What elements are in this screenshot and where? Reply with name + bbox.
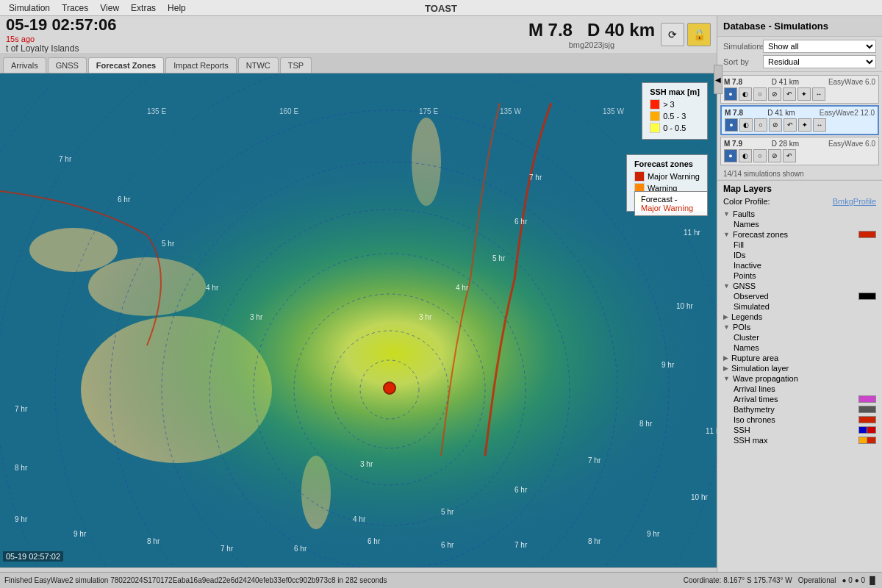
- menu-item-simulation[interactable]: Simulation: [3, 1, 56, 15]
- layer-ssh[interactable]: SSH: [734, 425, 876, 435]
- layer-faults[interactable]: ▼Faults: [723, 209, 876, 219]
- svg-text:11 hr: 11 hr: [684, 229, 700, 237]
- sim1-icon-0[interactable]: ●: [724, 87, 737, 101]
- sim1-icon-2[interactable]: ○: [753, 87, 767, 101]
- color-profile-value[interactable]: BmkgProfile: [833, 197, 876, 206]
- sort-by-select[interactable]: Residual: [763, 55, 876, 68]
- layer-fz-fill[interactable]: Fill: [734, 240, 876, 250]
- layer-gnss-observed[interactable]: Observed: [734, 291, 876, 301]
- menu-item-help[interactable]: Help: [162, 1, 192, 15]
- svg-text:8 hr: 8 hr: [147, 537, 160, 545]
- status-bar: Finished EasyWave2 simulation 78022024S1…: [0, 572, 882, 588]
- layer-legends[interactable]: ▶Legends: [723, 312, 876, 322]
- svg-text:135 E: 135 E: [147, 107, 166, 115]
- svg-text:5 hr: 5 hr: [492, 254, 506, 262]
- layer-gnss[interactable]: ▼GNSS: [723, 281, 876, 291]
- sim2-icon-6[interactable]: ↔: [813, 118, 826, 132]
- sim1-icon-1[interactable]: ◐: [739, 87, 752, 101]
- sim3-icon-1[interactable]: ◐: [739, 149, 752, 162]
- lock-button[interactable]: 🔒: [687, 23, 711, 46]
- layer-faults-names[interactable]: Names: [734, 219, 876, 229]
- layer-fz-ids[interactable]: IDs: [734, 250, 876, 260]
- simulations-select[interactable]: Show all: [763, 40, 876, 53]
- layer-fz-inactive[interactable]: Inactive: [734, 260, 876, 270]
- tab-gnss[interactable]: GNSS: [48, 57, 87, 73]
- layer-ssh-max[interactable]: SSH max: [734, 435, 876, 445]
- ssh-legend-title: SSH max [m]: [650, 87, 700, 96]
- sim2-icon-2[interactable]: ○: [754, 118, 767, 132]
- layer-gnss-simulated[interactable]: Simulated: [734, 301, 876, 312]
- datetime-display: 05-19 02:57:06: [6, 15, 116, 35]
- tab-tsp[interactable]: TSP: [280, 57, 312, 73]
- layer-pois-cluster[interactable]: Cluster: [734, 332, 876, 343]
- sim-card-1[interactable]: M 7.8 D 41 km EasyWave 6.0 ● ◐ ○ ⊘ ↶ ✦ ↔: [720, 75, 879, 104]
- layer-pois-names[interactable]: Names: [734, 343, 876, 353]
- refresh-button[interactable]: ⟳: [661, 23, 684, 46]
- sim2-icon-5[interactable]: ✦: [798, 118, 811, 132]
- layer-group-rupture: ▶Rupture area: [723, 353, 876, 363]
- tab-ntwc[interactable]: NTWC: [238, 57, 279, 73]
- sim1-icon-4[interactable]: ↶: [783, 87, 796, 101]
- svg-text:135 W: 135 W: [603, 107, 624, 115]
- svg-text:4 hr: 4 hr: [206, 284, 219, 292]
- layer-group-wave-prop: ▼Wave propagation Arrival lines Arrival …: [723, 373, 876, 445]
- layer-arrival-lines[interactable]: Arrival lines: [734, 384, 876, 394]
- sim2-icon-4[interactable]: ↶: [784, 118, 797, 132]
- sim1-mag: M 7.8: [724, 78, 742, 86]
- sim2-icon-0[interactable]: ●: [725, 118, 738, 132]
- layer-rupture-area[interactable]: ▶Rupture area: [723, 353, 876, 363]
- ssh-max-swatch-2: [867, 437, 876, 444]
- sim-card-3[interactable]: M 7.9 D 28 km EasyWave 6.0 ● ◐ ○ ⊘ ↶: [720, 137, 879, 165]
- sim3-icon-2[interactable]: ○: [753, 149, 767, 162]
- depth-display: D 40 km: [587, 20, 655, 40]
- menu-item-extras[interactable]: Extras: [125, 1, 162, 15]
- sim1-icon-5[interactable]: ✦: [797, 87, 811, 101]
- svg-text:11 hr: 11 hr: [706, 427, 717, 435]
- sim2-icon-1[interactable]: ◐: [739, 118, 753, 132]
- sim3-icon-0[interactable]: ●: [724, 149, 737, 162]
- svg-text:7 hr: 7 hr: [529, 173, 542, 182]
- svg-text:7 hr: 7 hr: [588, 456, 601, 465]
- layer-arrival-times[interactable]: Arrival times: [734, 394, 876, 404]
- gnss-observed-swatch: [858, 293, 876, 300]
- layer-group-pois: ▼POIs Cluster Names: [723, 322, 876, 353]
- layer-forecast-zones[interactable]: ▼Forecast zones: [723, 229, 876, 240]
- ssh-label-3: 0 - 0.5: [663, 123, 686, 132]
- svg-text:9 hr: 9 hr: [15, 515, 28, 523]
- color-profile-label: Color Profile:: [723, 197, 770, 206]
- tab-arrivals[interactable]: Arrivals: [3, 57, 46, 73]
- layer-group-forecast-zones: ▼Forecast zones Fill IDs Inactive Points: [723, 229, 876, 281]
- layer-wave-propagation[interactable]: ▼Wave propagation: [723, 373, 876, 384]
- ssh-swatch-1: [858, 426, 867, 434]
- svg-point-17: [384, 382, 395, 394]
- layer-group-sim-layer: ▶Simulation layer: [723, 363, 876, 373]
- layer-bathymetry[interactable]: Bathymetry: [734, 404, 876, 415]
- layer-iso-chrones[interactable]: Iso chrones: [734, 415, 876, 425]
- status-icons: ● 0 ● 0 ▐▌: [842, 576, 878, 584]
- layer-fz-points[interactable]: Points: [734, 270, 876, 281]
- panel-collapse-button[interactable]: ◀: [714, 65, 723, 94]
- svg-text:6 hr: 6 hr: [368, 537, 381, 545]
- sim3-icon-3[interactable]: ⊘: [768, 149, 781, 162]
- sim2-mag: M 7.8: [725, 109, 743, 117]
- magnitude-display: M 7.8: [528, 20, 573, 40]
- sim-card-2[interactable]: M 7.8 D 41 km EasyWave2 12.0 ● ◐ ○ ⊘ ↶ ✦…: [720, 105, 879, 135]
- bathymetry-swatch: [858, 406, 876, 413]
- svg-text:5 hr: 5 hr: [162, 240, 175, 248]
- tab-impact-reports[interactable]: Impact Reports: [165, 57, 237, 73]
- menu-item-traces[interactable]: Traces: [56, 1, 94, 15]
- svg-text:160 E: 160 E: [279, 107, 298, 115]
- layer-simulation-layer[interactable]: ▶Simulation layer: [723, 363, 876, 373]
- fz-label-1: Major Warning: [648, 172, 700, 181]
- sim1-icon-6[interactable]: ↔: [812, 87, 825, 101]
- layer-pois[interactable]: ▼POIs: [723, 322, 876, 332]
- tab-forecast-zones[interactable]: Forecast Zones: [88, 57, 164, 73]
- sim3-depth: D 28 km: [772, 140, 799, 148]
- sim3-icon-4[interactable]: ↶: [783, 149, 796, 162]
- sim2-icon-3[interactable]: ⊘: [769, 118, 782, 132]
- fz-color-1: [634, 171, 645, 182]
- menu-item-view[interactable]: View: [94, 1, 125, 15]
- svg-text:7 hr: 7 hr: [514, 541, 528, 549]
- time-ago-display: 15s ago: [6, 35, 116, 43]
- sim1-icon-3[interactable]: ⊘: [768, 87, 781, 101]
